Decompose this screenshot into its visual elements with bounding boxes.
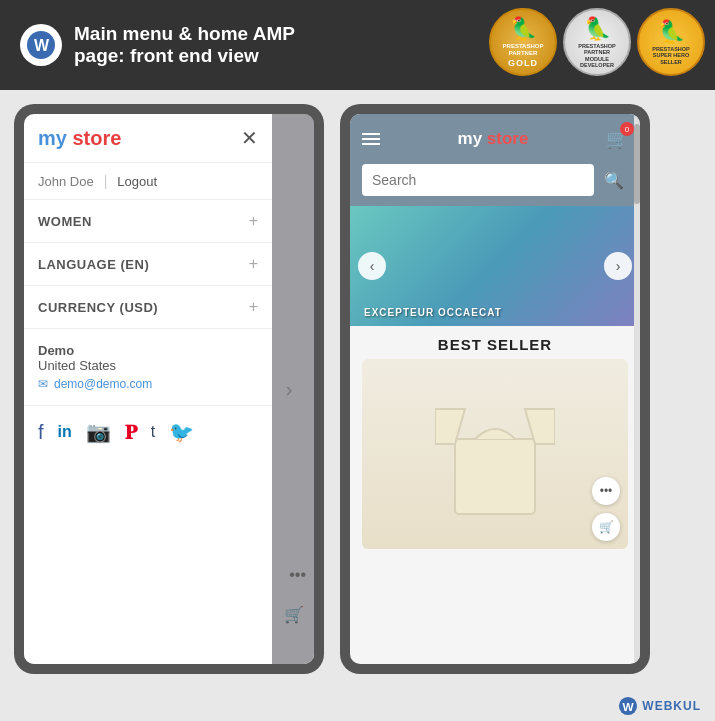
- sidebar-header: my store ✕: [24, 114, 272, 163]
- twitter-icon[interactable]: 🐦: [169, 420, 194, 444]
- sidebar-logo-store: store: [67, 127, 121, 149]
- badge-gold: 🦜 PRESTASHOPPARTNER GOLD: [489, 8, 557, 76]
- email-text: demo@demo.com: [54, 377, 152, 391]
- right-nav: my store 🛒 0: [350, 114, 640, 164]
- product-dots-button[interactable]: •••: [592, 477, 620, 505]
- menu-item-plus-language: +: [249, 255, 258, 273]
- tumblr-icon[interactable]: t: [151, 423, 155, 441]
- hamburger-line-2: [362, 138, 380, 140]
- user-info: Demo United States ✉ demo@demo.com: [24, 329, 272, 406]
- right-cart-icon[interactable]: 🛒 0: [606, 128, 628, 150]
- phone-right: my store 🛒 0 🔍 EXCEPTEUR OCCAECAT ‹ ›: [340, 104, 650, 674]
- search-input[interactable]: [362, 164, 594, 196]
- title-line2: page: front end view: [74, 45, 295, 67]
- user-name: John Doe: [38, 174, 94, 189]
- webkul-logo-icon: W: [618, 696, 638, 716]
- svg-text:W: W: [623, 700, 635, 714]
- menu-item-label-language: LANGUAGE (EN): [38, 257, 149, 272]
- sidebar-logo-my: my: [38, 127, 67, 149]
- title-line1: Main menu & home AMP: [74, 23, 295, 45]
- phone-left: my store 🛒 0 🔍 my store: [14, 104, 324, 674]
- linkedin-icon[interactable]: in: [58, 423, 72, 441]
- header-logo: W Main menu & home AMP page: front end v…: [20, 23, 295, 67]
- menu-item-language[interactable]: LANGUAGE (EN) +: [24, 243, 272, 286]
- badge-hero-seller: 🦜 PRESTASHOPSUPER HEROSELLER: [637, 8, 705, 76]
- slider-prev-button[interactable]: ‹: [358, 252, 386, 280]
- header-badges: 🦜 PRESTASHOPPARTNER GOLD 🦜 PRESTASHOPPAR…: [489, 8, 705, 76]
- menu-item-currency[interactable]: CURRENCY (USD) +: [24, 286, 272, 329]
- hamburger-menu-button[interactable]: [362, 133, 380, 145]
- instagram-icon[interactable]: 📷: [86, 420, 111, 444]
- user-info-email: ✉ demo@demo.com: [38, 377, 258, 391]
- slider-area: EXCEPTEUR OCCAECAT ‹ ›: [350, 206, 640, 326]
- scrollbar-thumb[interactable]: [634, 124, 640, 204]
- sidebar: my store ✕ John Doe | Logout WOMEN + LAN…: [24, 114, 272, 664]
- right-logo-store: store: [482, 129, 528, 148]
- slider-next-button[interactable]: ›: [604, 252, 632, 280]
- webkul-header-icon: W: [20, 24, 62, 66]
- logout-button[interactable]: Logout: [117, 174, 157, 189]
- pinterest-icon[interactable]: 𝐏: [125, 421, 137, 444]
- email-icon: ✉: [38, 377, 48, 391]
- scrollbar[interactable]: [634, 114, 640, 664]
- main-content: my store 🛒 0 🔍 my store: [0, 90, 715, 691]
- phone-screen-left: my store 🛒 0 🔍 my store: [24, 114, 314, 664]
- best-seller-title: BEST SELLER: [350, 326, 640, 359]
- user-info-name: Demo: [38, 343, 258, 358]
- webkul-logo: W WEBKUL: [618, 696, 701, 716]
- product-image: [362, 359, 628, 549]
- search-bar: 🔍: [350, 164, 640, 206]
- right-cart-badge: 0: [620, 122, 634, 136]
- product-card: ••• 🛒: [362, 359, 628, 549]
- header: W Main menu & home AMP page: front end v…: [0, 0, 715, 90]
- svg-text:W: W: [34, 37, 50, 54]
- right-logo-my: my: [458, 129, 483, 148]
- menu-item-label-women: WOMEN: [38, 214, 92, 229]
- facebook-icon[interactable]: f: [38, 421, 44, 444]
- menu-item-label-currency: CURRENCY (USD): [38, 300, 158, 315]
- social-row: f in 📷 𝐏 t 🐦: [24, 406, 272, 458]
- user-info-country: United States: [38, 358, 258, 373]
- hamburger-line-3: [362, 143, 380, 145]
- hamburger-line-1: [362, 133, 380, 135]
- user-separator: |: [104, 173, 108, 189]
- user-row: John Doe | Logout: [24, 163, 272, 200]
- search-button[interactable]: 🔍: [600, 167, 628, 194]
- menu-item-women[interactable]: WOMEN +: [24, 200, 272, 243]
- header-title: Main menu & home AMP page: front end vie…: [74, 23, 295, 67]
- slider-text: EXCEPTEUR OCCAECAT: [364, 307, 502, 318]
- close-button[interactable]: ✕: [241, 126, 258, 150]
- product-cart-button[interactable]: 🛒: [592, 513, 620, 541]
- phone-screen-right: my store 🛒 0 🔍 EXCEPTEUR OCCAECAT ‹ ›: [350, 114, 640, 664]
- webkul-brand-text: WEBKUL: [642, 699, 701, 713]
- sidebar-logo: my store: [38, 127, 121, 150]
- menu-item-plus-women: +: [249, 212, 258, 230]
- svg-rect-2: [455, 439, 535, 514]
- badge-module-developer: 🦜 PRESTASHOPPARTNERMODULEDEVELOPER: [563, 8, 631, 76]
- right-nav-logo: my store: [458, 129, 529, 149]
- tshirt-svg: [435, 389, 555, 519]
- menu-item-plus-currency: +: [249, 298, 258, 316]
- footer: W WEBKUL: [0, 691, 715, 721]
